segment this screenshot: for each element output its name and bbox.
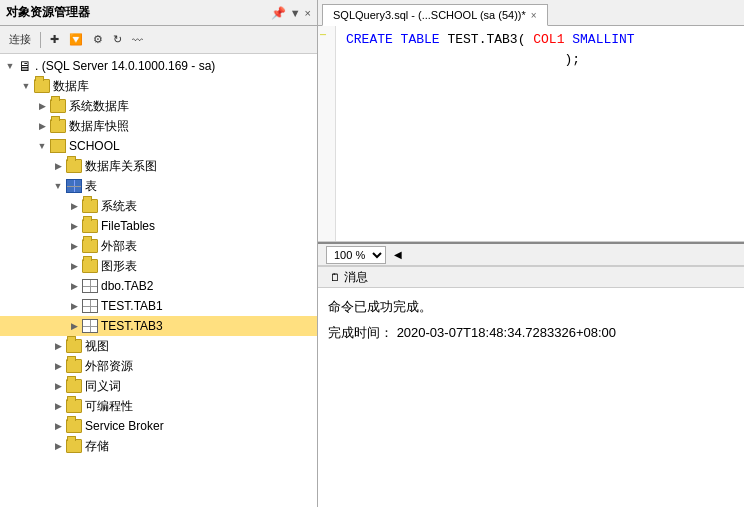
databases-expander[interactable]: ▼ — [18, 78, 34, 94]
dbo-tab2-icon — [82, 279, 98, 293]
server-expander[interactable]: ▼ — [2, 58, 18, 74]
completion-time-value: 2020-03-07T18:48:34.7283326+08:00 — [397, 325, 616, 340]
tree-db-snapshot[interactable]: ▶ 数据库快照 — [0, 116, 317, 136]
tree-view[interactable]: ▼ 🖥 . (SQL Server 14.0.1000.169 - sa) ▼ … — [0, 54, 317, 507]
db-snapshot-expander[interactable]: ▶ — [34, 118, 50, 134]
test-tab1-expander[interactable]: ▶ — [66, 298, 82, 314]
db-diagram-icon — [66, 159, 82, 173]
tree-storage[interactable]: ▶ 存储 — [0, 436, 317, 456]
system-db-label: 系统数据库 — [69, 98, 129, 115]
tree-external-tables[interactable]: ▶ 外部表 — [0, 236, 317, 256]
db-diagram-expander[interactable]: ▶ — [50, 158, 66, 174]
dbo-tab2-label: dbo.TAB2 — [101, 279, 153, 293]
databases-label: 数据库 — [53, 78, 89, 95]
query-tab[interactable]: SQLQuery3.sql - (...SCHOOL (sa (54))* × — [322, 4, 548, 26]
server-label: . (SQL Server 14.0.1000.169 - sa) — [35, 59, 215, 73]
tables-icon — [66, 179, 82, 193]
test-tab1-label: TEST.TAB1 — [101, 299, 163, 313]
system-db-expander[interactable]: ▶ — [34, 98, 50, 114]
completion-label: 完成时间： — [328, 325, 393, 340]
test-tab3-expander[interactable]: ▶ — [66, 318, 82, 334]
tree-system-tables[interactable]: ▶ 系统表 — [0, 196, 317, 216]
graph-tables-icon — [82, 259, 98, 273]
tree-external-resources[interactable]: ▶ 外部资源 — [0, 356, 317, 376]
dbo-tab2-expander[interactable]: ▶ — [66, 278, 82, 294]
graph-tables-expander[interactable]: ▶ — [66, 258, 82, 274]
line-indicator: ─ — [318, 26, 336, 241]
tree-test-tab3[interactable]: ▶ TEST.TAB3 — [0, 316, 317, 336]
views-icon — [66, 339, 82, 353]
tree-graph-tables[interactable]: ▶ 图形表 — [0, 256, 317, 276]
tree-databases[interactable]: ▼ 数据库 — [0, 76, 317, 96]
code-table-name: TEST.TAB3( — [447, 32, 533, 47]
add-button[interactable]: ✚ — [47, 31, 62, 48]
kw-col1: COL1 — [533, 32, 572, 47]
school-expander[interactable]: ▼ — [34, 138, 50, 154]
refresh-button[interactable]: ↻ — [110, 31, 125, 48]
code-line-2: ); — [346, 50, 738, 70]
close-panel-button[interactable]: × — [305, 7, 311, 19]
programmability-expander[interactable]: ▶ — [50, 398, 66, 414]
code-line-1: CREATE TABLE TEST.TAB3( COL1 SMALLINT — [346, 30, 738, 50]
tree-filetables[interactable]: ▶ FileTables — [0, 216, 317, 236]
filetables-expander[interactable]: ▶ — [66, 218, 82, 234]
tree-views[interactable]: ▶ 视图 — [0, 336, 317, 356]
tree-system-db[interactable]: ▶ 系统数据库 — [0, 96, 317, 116]
service-broker-expander[interactable]: ▶ — [50, 418, 66, 434]
window-control[interactable]: ▼ — [290, 7, 301, 19]
pin-icon[interactable]: 📌 — [271, 6, 286, 20]
tree-synonyms[interactable]: ▶ 同义词 — [0, 376, 317, 396]
scroll-left-button[interactable]: ◀ — [394, 249, 402, 260]
tree-server[interactable]: ▼ 🖥 . (SQL Server 14.0.1000.169 - sa) — [0, 56, 317, 76]
synonyms-label: 同义词 — [85, 378, 121, 395]
tree-dbo-tab2[interactable]: ▶ dbo.TAB2 — [0, 276, 317, 296]
tree-programmability[interactable]: ▶ 可编程性 — [0, 396, 317, 416]
line-marker-1: ─ — [320, 30, 326, 41]
system-tables-expander[interactable]: ▶ — [66, 198, 82, 214]
toolbar: 连接 ✚ 🔽 ⚙ ↻ 〰 — [0, 26, 317, 54]
external-tables-expander[interactable]: ▶ — [66, 238, 82, 254]
tab-close-button[interactable]: × — [531, 10, 537, 21]
code-closing: ); — [346, 52, 580, 67]
activity-button[interactable]: 〰 — [129, 32, 146, 48]
system-tables-icon — [82, 199, 98, 213]
synonyms-expander[interactable]: ▶ — [50, 378, 66, 394]
external-resources-expander[interactable]: ▶ — [50, 358, 66, 374]
programmability-label: 可编程性 — [85, 398, 133, 415]
school-db-icon — [50, 139, 66, 153]
filter-button[interactable]: ⚙ — [90, 31, 106, 48]
tree-tables[interactable]: ▼ 表 — [0, 176, 317, 196]
tree-service-broker[interactable]: ▶ Service Broker — [0, 416, 317, 436]
filetables-label: FileTables — [101, 219, 155, 233]
tree-db-diagram[interactable]: ▶ 数据库关系图 — [0, 156, 317, 176]
query-panel: SQLQuery3.sql - (...SCHOOL (sa (54))* × … — [318, 0, 744, 507]
tables-label: 表 — [85, 178, 97, 195]
tab-label: SQLQuery3.sql - (...SCHOOL (sa (54))* — [333, 9, 526, 21]
tree-school[interactable]: ▼ SCHOOL — [0, 136, 317, 156]
storage-expander[interactable]: ▶ — [50, 438, 66, 454]
query-editor[interactable]: ─ CREATE TABLE TEST.TAB3( COL1 SMALLINT … — [318, 26, 744, 242]
tree-test-tab1[interactable]: ▶ TEST.TAB1 — [0, 296, 317, 316]
divider-1 — [40, 32, 41, 48]
synonyms-icon — [66, 379, 82, 393]
service-broker-icon — [66, 419, 82, 433]
db-snapshot-icon — [50, 119, 66, 133]
external-resources-label: 外部资源 — [85, 358, 133, 375]
storage-icon — [66, 439, 82, 453]
databases-folder-icon — [34, 79, 50, 93]
external-resources-icon — [66, 359, 82, 373]
connect-button[interactable]: 连接 — [6, 30, 34, 49]
views-expander[interactable]: ▶ — [50, 338, 66, 354]
tables-expander[interactable]: ▼ — [50, 178, 66, 194]
filter-active-button[interactable]: 🔽 — [66, 31, 86, 48]
editor-status-bar: 100 % ◀ — [318, 242, 744, 266]
programmability-icon — [66, 399, 82, 413]
panel-title-bar: 对象资源管理器 📌 ▼ × — [0, 0, 317, 26]
results-tab-bar: 🗒 消息 — [318, 266, 744, 288]
external-tables-icon — [82, 239, 98, 253]
zoom-select[interactable]: 100 % — [326, 246, 386, 264]
external-tables-label: 外部表 — [101, 238, 137, 255]
results-area: 命令已成功完成。 完成时间： 2020-03-07T18:48:34.72833… — [318, 288, 744, 507]
panel-title: 对象资源管理器 — [6, 4, 90, 21]
results-messages-tab[interactable]: 🗒 消息 — [322, 267, 376, 288]
